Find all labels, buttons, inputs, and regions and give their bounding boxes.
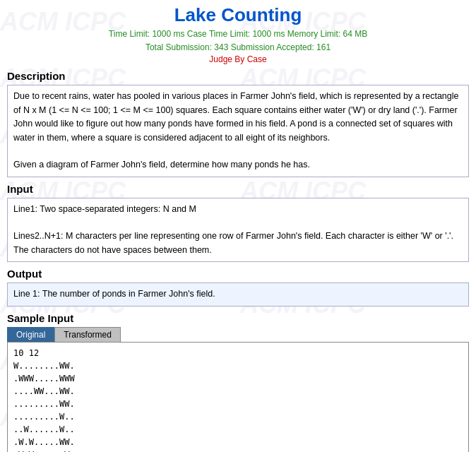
- output-box: Line 1: The number of ponds in Farmer Jo…: [7, 282, 469, 306]
- meta-line-1: Time Limit: 1000 ms Case Time Limit: 100…: [7, 28, 469, 41]
- input-line2: Lines2..N+1: M characters per line repre…: [13, 230, 463, 257]
- meta-line-2: Total Submission: 343 Submission Accepte…: [7, 41, 469, 54]
- sample-input-label: Sample Input: [7, 312, 469, 324]
- input-box: Line1: Two space-separated integers: N a…: [7, 198, 469, 263]
- description-label: Description: [7, 70, 469, 82]
- page-title: Lake Counting: [7, 0, 469, 28]
- sample-input-tab-transformed[interactable]: Transformed: [54, 327, 121, 342]
- description-box: Due to recent rains, water has pooled in…: [7, 85, 469, 177]
- meta-judge: Judge By Case: [7, 54, 469, 64]
- sample-input-content: 10 12 W........WW. .WWW.....WWW ....WW..…: [7, 342, 469, 453]
- input-line1: Line1: Two space-separated integers: N a…: [13, 203, 463, 216]
- sample-input-tabs: Original Transformed: [7, 327, 469, 342]
- description-text2: Given a diagram of Farmer John's field, …: [13, 158, 463, 172]
- output-text: Line 1: The number of ponds in Farmer Jo…: [13, 287, 463, 301]
- output-label: Output: [7, 268, 469, 280]
- sample-input-tab-original[interactable]: Original: [7, 327, 54, 342]
- input-label: Input: [7, 183, 469, 195]
- description-text1: Due to recent rains, water has pooled in…: [13, 90, 463, 145]
